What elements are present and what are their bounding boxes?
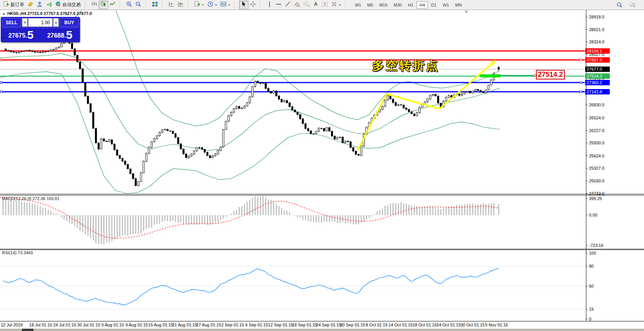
svg-text:18 Sep 01:15: 18 Sep 01:15 [292,323,317,327]
sell-price-box[interactable]: 27675.5 [2,28,40,41]
volume-field[interactable]: 1.00 [28,18,53,27]
chart-canvas[interactable]: 28918.028621.028324.028027.027424.026830… [0,0,644,331]
svg-text:25327.0: 25327.0 [589,166,604,170]
svg-text:30 Oct 01:15: 30 Oct 01:15 [461,323,485,327]
signals-icon [46,1,52,8]
candle-chart-button[interactable] [99,1,108,9]
timeframe-m15[interactable]: M15 [376,1,390,9]
signals-button[interactable] [44,1,53,9]
buy-price-int: 27688 [47,31,65,41]
trendline-button[interactable] [283,1,293,9]
sell-button[interactable]: SELL [2,18,21,27]
bar-chart-button[interactable] [90,1,99,9]
toolbar: 新订单自动交易▼▼▼EFAT▼M1M5M15M30H1H4D1W1MN [0,0,644,10]
chart-shift-button[interactable] [176,1,185,9]
svg-text:T: T [324,3,326,7]
arrows-icon [331,1,337,8]
svg-text:25030.0: 25030.0 [589,179,604,183]
crosshair-icon [250,1,256,8]
svg-text:12 Jul 2019: 12 Jul 2019 [1,323,23,327]
period-button[interactable]: ▼ [206,1,219,9]
text-icon: A [313,1,319,8]
autotrade-button-label: 自动交易 [62,2,81,8]
volume-up-button[interactable]: ▲ [53,18,59,27]
green-highlight-bar [480,74,501,78]
svg-text:26524.0: 26524.0 [589,116,604,120]
cursor-button[interactable] [239,1,248,9]
svg-text:395.25: 395.25 [589,196,602,201]
svg-text:27897.9: 27897.9 [587,58,602,62]
timeframe-mn[interactable]: MN [452,1,465,9]
svg-text:18 Oct 01:15: 18 Oct 01:15 [413,323,437,327]
svg-text:28918.0: 28918.0 [589,15,604,19]
svg-text:50: 50 [589,284,594,288]
svg-text:25930.0: 25930.0 [589,141,604,145]
trendline-icon [285,1,291,8]
svg-text:27677.0: 27677.0 [587,67,602,71]
collapse-panel-icon[interactable]: ▲ [2,12,5,15]
tile-windows-button[interactable] [150,1,160,9]
svg-text:30 Jul 01:15: 30 Jul 01:15 [77,323,100,327]
text-button[interactable]: A [311,1,320,9]
search-button[interactable] [615,1,624,9]
line-chart-icon [110,1,116,8]
indicators-button[interactable]: ▼ [219,1,232,9]
arrows-button[interactable]: ▼ [329,1,343,9]
chevron-down-icon: ▼ [228,4,230,6]
time-axis[interactable]: 12 Jul 201918 Jul 01:1524 Jul 01:1530 Ju… [1,323,508,327]
chat-button[interactable] [628,1,637,9]
volume-down-button[interactable]: ▼ [22,18,28,27]
new-order-button[interactable]: 新订单 [2,1,26,9]
chart-window-button[interactable] [26,1,35,9]
new-chart-button[interactable]: ▼ [193,1,206,9]
svg-text:6 Sep 01:15: 6 Sep 01:15 [245,323,268,327]
toolbar-divider [145,1,149,9]
horizontal-line-button[interactable] [274,1,283,9]
zoom-in-button[interactable] [125,1,134,9]
zoom-in-icon [126,1,132,8]
horizontal-line-icon [276,1,282,8]
timeframe-m1[interactable]: M1 [352,1,364,9]
zoom-out-icon [135,1,141,8]
svg-text:12 Sep 01:15: 12 Sep 01:15 [268,323,293,327]
scroll-to-end-button[interactable] [167,1,176,9]
autotrade-button[interactable]: 自动交易 [53,1,82,9]
timeframe-h1[interactable]: H1 [405,1,416,9]
fibonacci-button[interactable]: F [302,1,311,9]
timeframe-d1[interactable]: D1 [428,1,439,9]
timeframe-w1[interactable]: W1 [439,1,452,9]
svg-text:24 Oct 01:15: 24 Oct 01:15 [436,323,461,327]
svg-text:E: E [298,5,300,7]
vertical-line-button[interactable] [265,1,274,9]
channel-button[interactable]: E [293,1,302,9]
svg-text:15: 15 [589,307,594,311]
buy-button[interactable]: BUY [60,18,79,27]
indicators-icon [220,1,226,8]
timeframe-group: M1M5M15M30H1H4D1W1MN [352,1,465,9]
sell-price-int: 27675 [8,31,26,41]
new-order-icon [3,1,9,8]
timeframe-m5[interactable]: M5 [364,1,376,9]
svg-text:27360.2: 27360.2 [587,80,602,85]
svg-text:8 Oct 01:15: 8 Oct 01:15 [366,323,388,327]
scroll-to-end-icon [168,1,175,8]
svg-text:27514.2: 27514.2 [587,74,602,78]
period-icon [207,1,213,8]
svg-text:A: A [314,2,318,7]
svg-text:-723.16: -723.16 [589,243,603,248]
fibonacci-icon: F [303,1,310,8]
line-chart-button[interactable] [108,1,117,9]
zoom-out-button[interactable] [134,1,143,9]
svg-text:18 Jul 01:15: 18 Jul 01:15 [29,323,52,327]
timeframe-m30[interactable]: M30 [391,1,405,9]
toolbar-divider [260,1,263,9]
text-label-button[interactable]: T [320,1,329,9]
crosshair-button[interactable] [248,1,258,9]
timeframe-h4[interactable]: H4 [416,1,428,9]
toolbar-right [615,1,642,9]
chevron-down-icon: ▼ [202,4,204,6]
buy-price-box[interactable]: 27688.5 [41,28,79,41]
symbol-ohlc-text: HK50-,H4 27721.0 27757.5 27627.5 27677.0 [7,11,92,16]
market-watch-button[interactable] [35,1,44,9]
tile-windows-icon [152,1,158,8]
